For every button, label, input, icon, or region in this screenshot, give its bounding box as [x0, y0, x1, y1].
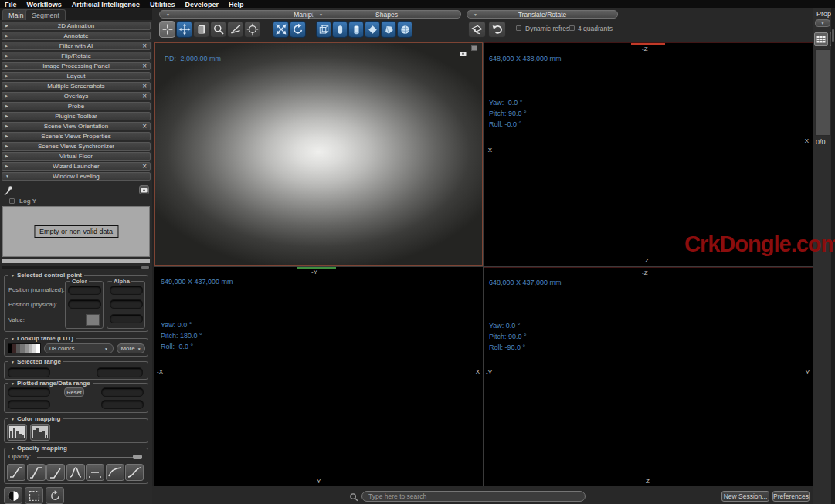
viewport-top-left[interactable]: PD: -2,000.00 mm — [154, 42, 483, 266]
shape-cylinder-button[interactable] — [348, 21, 364, 38]
opacity-slider-track[interactable] — [37, 457, 140, 458]
scrollbar-thumb[interactable] — [832, 29, 834, 42]
contrast-button[interactable] — [4, 487, 22, 504]
expand-arrow-icon[interactable]: ▶ — [5, 73, 12, 79]
sidebar-item-plugins-toolbar[interactable]: ▶Plugins Toolbar — [2, 112, 151, 120]
menu-help[interactable]: Help — [229, 1, 244, 8]
lut-gradient-preview[interactable] — [8, 343, 41, 353]
sidebar-item-window-leveling[interactable]: ▼Window Leveling — [2, 172, 151, 181]
menu-workflows[interactable]: Workflows — [27, 1, 62, 8]
histogram-area[interactable]: Empty or non-valid data — [2, 206, 150, 257]
sidebar-item-overlays[interactable]: ▶Overlays× — [2, 92, 151, 100]
expand-arrow-icon[interactable]: ▶ — [5, 93, 12, 100]
menu-utilities[interactable]: Utilities — [150, 1, 175, 8]
collapse-arrow-icon[interactable]: ▼ — [11, 337, 15, 341]
close-icon[interactable]: × — [142, 92, 147, 100]
chevron-down-icon[interactable]: ▼ — [474, 12, 477, 17]
close-icon[interactable]: × — [142, 122, 147, 130]
alpha-position-physical-field[interactable] — [110, 299, 143, 309]
sidebar-item-annotate[interactable]: ▶Annotate — [2, 32, 151, 40]
lut-select[interactable]: 08 colors ▼ — [44, 343, 114, 353]
plotted-range-max-field[interactable] — [101, 387, 144, 397]
sidebar-item-probe[interactable]: ▶Probe — [2, 102, 151, 110]
selection-marquee-button[interactable] — [25, 487, 43, 504]
expand-arrow-icon[interactable]: ▶ — [5, 83, 12, 90]
opacity-curve-ramp2-button[interactable] — [46, 464, 65, 481]
data-range-max-field[interactable] — [101, 400, 144, 409]
dynamic-refresh-checkbox[interactable] — [516, 25, 521, 31]
expand-arrow-icon[interactable]: ▶ — [5, 143, 12, 150]
expand-arrow-icon[interactable]: ▶ — [5, 52, 12, 59]
opacity-curve-linear-button[interactable] — [7, 464, 25, 481]
expand-arrow-icon[interactable]: ▶ — [5, 63, 12, 69]
selected-range-max-field[interactable] — [97, 367, 143, 377]
search-input[interactable] — [361, 491, 586, 502]
selected-range-min-field[interactable] — [8, 367, 50, 377]
color-mapping-gradient-button[interactable] — [30, 424, 50, 441]
histogram-scrollbar[interactable] — [2, 266, 150, 269]
translate-rotate-toolbar-header[interactable]: ▼ Translate/Rotate — [467, 10, 618, 19]
menu-artificial-intelligence[interactable]: Artificial Intelligence — [72, 1, 140, 8]
expand-arrow-icon[interactable]: ▶ — [5, 153, 12, 160]
chevron-down-icon[interactable]: ▼ — [319, 12, 323, 17]
target-tool-button[interactable] — [244, 21, 260, 38]
angle-tool-button[interactable] — [227, 21, 243, 38]
snapshot-button[interactable] — [139, 185, 149, 194]
expand-arrow-icon[interactable]: ▶ — [5, 113, 12, 120]
shape-polygon-button[interactable] — [381, 21, 396, 38]
opacity-slider-handle[interactable] — [133, 455, 142, 459]
color-swatch[interactable] — [86, 314, 100, 326]
shape-diamond-button[interactable] — [365, 21, 380, 38]
sidebar-item-multiple-screenshots[interactable]: ▶Multiple Screenshots× — [2, 82, 151, 90]
opacity-curve-gaussian-button[interactable] — [66, 464, 85, 481]
data-range-min-field[interactable] — [8, 400, 50, 409]
shapes-toolbar-header[interactable]: ▼ Shapes — [312, 10, 461, 19]
close-icon[interactable]: × — [142, 162, 147, 171]
alpha-value-field[interactable] — [110, 314, 143, 323]
rotate-back-button[interactable] — [488, 21, 506, 38]
shape-cube-button[interactable] — [316, 21, 331, 38]
properties-list-area[interactable] — [815, 49, 831, 136]
grid-view-button[interactable] — [814, 32, 828, 46]
tab-segment[interactable]: Segment — [25, 9, 66, 20]
collapse-arrow-icon[interactable]: ▼ — [11, 360, 15, 364]
sidebar-item-layout[interactable]: ▶Layout — [2, 72, 151, 80]
move-tool-button[interactable] — [176, 21, 192, 38]
log-y-checkbox[interactable] — [9, 198, 15, 204]
properties-dropdown-button[interactable]: ▼ — [815, 19, 830, 27]
sidebar-item-image-processing-panel[interactable]: ▶Image Processing Panel× — [2, 62, 151, 70]
new-session-button[interactable]: New Session... — [721, 491, 769, 502]
viewport-bottom-left[interactable]: -Y 649,000 X 437,000 mm Yaw: 0.0 ° Pitch… — [154, 267, 483, 486]
opacity-curve-constant-button[interactable] — [86, 464, 104, 481]
sidebar-item-scene-view-orientation[interactable]: ▶Scene View Orientation× — [2, 122, 151, 130]
reset-button[interactable]: Reset — [64, 387, 84, 397]
chevron-down-icon[interactable]: ▼ — [166, 12, 170, 17]
close-icon[interactable]: × — [142, 82, 147, 90]
sidebar-item-2d-animation[interactable]: ▶2D Animation — [2, 22, 151, 30]
collapse-arrow-icon[interactable]: ▼ — [11, 381, 15, 386]
menu-file[interactable]: File — [5, 1, 17, 8]
opacity-curve-ramp-button[interactable] — [27, 464, 46, 481]
collapse-arrow-icon[interactable]: ▼ — [11, 273, 15, 278]
viewport-bottom-right[interactable]: -Z 648,000 X 437,000 mm Yaw: 0.0 ° Pitch… — [484, 267, 813, 486]
close-icon[interactable]: × — [142, 42, 147, 50]
expand-arrow-icon[interactable]: ▶ — [5, 22, 12, 29]
expand-arrow-icon[interactable]: ▶ — [5, 133, 12, 140]
sidebar-item-virtual-floor[interactable]: ▶Virtual Floor — [2, 152, 151, 161]
scrollbar-thumb[interactable] — [141, 266, 149, 269]
sidebar-item-wizard-launcher[interactable]: ▶Wizard Launcher× — [2, 162, 151, 171]
sidebar-item-scenes-views-properties[interactable]: ▶Scene's Views Properties — [2, 132, 151, 140]
alpha-position-normalized-field[interactable] — [110, 286, 143, 295]
crosshair-tool-button[interactable] — [159, 21, 175, 38]
opacity-curve-sqrt-button[interactable] — [106, 464, 124, 481]
close-icon[interactable]: × — [142, 62, 147, 70]
collapse-arrow-icon[interactable]: ▼ — [11, 446, 15, 451]
camera-icon[interactable] — [460, 46, 467, 59]
expand-arrow-icon[interactable]: ▶ — [5, 32, 12, 39]
sidebar-item-scenes-views-synchronizer[interactable]: ▶Scenes Views Synchronizer — [2, 142, 151, 151]
lut-more-button[interactable]: More ▼ — [117, 343, 145, 353]
view-menu-icon[interactable] — [471, 45, 477, 51]
slice-tool-button[interactable] — [193, 21, 209, 38]
opacity-curve-sigmoid-button[interactable] — [125, 464, 144, 481]
zoom-tool-button[interactable] — [210, 21, 226, 38]
